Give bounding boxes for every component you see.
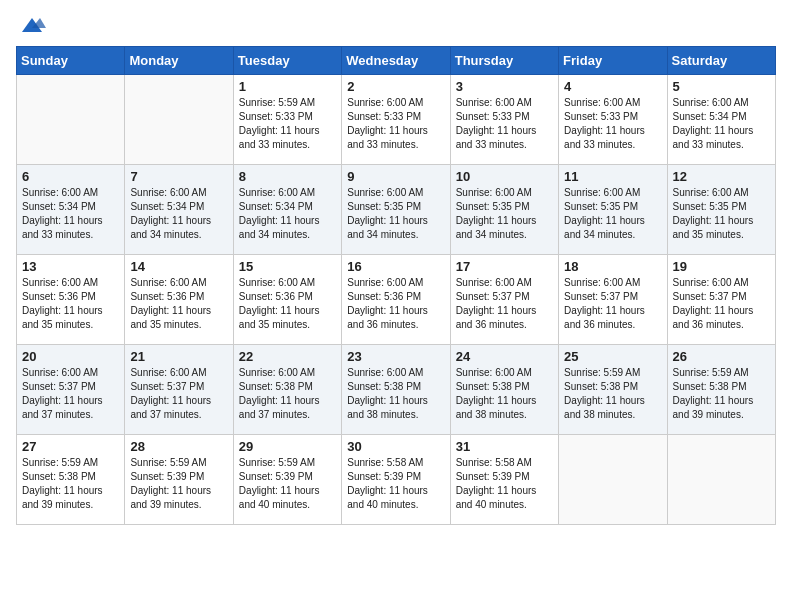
calendar-cell: 31Sunrise: 5:58 AMSunset: 5:39 PMDayligh… <box>450 435 558 525</box>
day-number: 17 <box>456 259 553 274</box>
day-number: 15 <box>239 259 336 274</box>
weekday-header: Monday <box>125 47 233 75</box>
day-number: 6 <box>22 169 119 184</box>
calendar-cell <box>17 75 125 165</box>
calendar-cell <box>667 435 775 525</box>
calendar-cell: 20Sunrise: 6:00 AMSunset: 5:37 PMDayligh… <box>17 345 125 435</box>
calendar-cell: 6Sunrise: 6:00 AMSunset: 5:34 PMDaylight… <box>17 165 125 255</box>
cell-info: Sunrise: 5:59 AMSunset: 5:38 PMDaylight:… <box>673 366 770 422</box>
cell-info: Sunrise: 6:00 AMSunset: 5:34 PMDaylight:… <box>22 186 119 242</box>
cell-info: Sunrise: 6:00 AMSunset: 5:33 PMDaylight:… <box>456 96 553 152</box>
calendar-cell <box>125 75 233 165</box>
cell-info: Sunrise: 6:00 AMSunset: 5:38 PMDaylight:… <box>456 366 553 422</box>
day-number: 21 <box>130 349 227 364</box>
cell-info: Sunrise: 6:00 AMSunset: 5:37 PMDaylight:… <box>673 276 770 332</box>
day-number: 22 <box>239 349 336 364</box>
day-number: 23 <box>347 349 444 364</box>
day-number: 24 <box>456 349 553 364</box>
cell-info: Sunrise: 6:00 AMSunset: 5:37 PMDaylight:… <box>22 366 119 422</box>
weekday-header: Friday <box>559 47 667 75</box>
cell-info: Sunrise: 6:00 AMSunset: 5:35 PMDaylight:… <box>347 186 444 242</box>
calendar-cell: 13Sunrise: 6:00 AMSunset: 5:36 PMDayligh… <box>17 255 125 345</box>
calendar-cell: 3Sunrise: 6:00 AMSunset: 5:33 PMDaylight… <box>450 75 558 165</box>
calendar-cell <box>559 435 667 525</box>
calendar-week-row: 6Sunrise: 6:00 AMSunset: 5:34 PMDaylight… <box>17 165 776 255</box>
day-number: 16 <box>347 259 444 274</box>
calendar-cell: 29Sunrise: 5:59 AMSunset: 5:39 PMDayligh… <box>233 435 341 525</box>
calendar-table: SundayMondayTuesdayWednesdayThursdayFrid… <box>16 46 776 525</box>
logo <box>16 16 46 34</box>
day-number: 13 <box>22 259 119 274</box>
calendar-cell: 19Sunrise: 6:00 AMSunset: 5:37 PMDayligh… <box>667 255 775 345</box>
day-number: 30 <box>347 439 444 454</box>
cell-info: Sunrise: 5:59 AMSunset: 5:39 PMDaylight:… <box>239 456 336 512</box>
calendar-cell: 30Sunrise: 5:58 AMSunset: 5:39 PMDayligh… <box>342 435 450 525</box>
weekday-header: Saturday <box>667 47 775 75</box>
calendar-cell: 15Sunrise: 6:00 AMSunset: 5:36 PMDayligh… <box>233 255 341 345</box>
day-number: 4 <box>564 79 661 94</box>
cell-info: Sunrise: 6:00 AMSunset: 5:37 PMDaylight:… <box>456 276 553 332</box>
calendar-week-row: 13Sunrise: 6:00 AMSunset: 5:36 PMDayligh… <box>17 255 776 345</box>
calendar-week-row: 20Sunrise: 6:00 AMSunset: 5:37 PMDayligh… <box>17 345 776 435</box>
calendar-cell: 18Sunrise: 6:00 AMSunset: 5:37 PMDayligh… <box>559 255 667 345</box>
cell-info: Sunrise: 6:00 AMSunset: 5:37 PMDaylight:… <box>130 366 227 422</box>
cell-info: Sunrise: 6:00 AMSunset: 5:35 PMDaylight:… <box>564 186 661 242</box>
cell-info: Sunrise: 5:58 AMSunset: 5:39 PMDaylight:… <box>456 456 553 512</box>
day-number: 18 <box>564 259 661 274</box>
day-number: 14 <box>130 259 227 274</box>
calendar-cell: 21Sunrise: 6:00 AMSunset: 5:37 PMDayligh… <box>125 345 233 435</box>
calendar-cell: 26Sunrise: 5:59 AMSunset: 5:38 PMDayligh… <box>667 345 775 435</box>
day-number: 7 <box>130 169 227 184</box>
day-number: 2 <box>347 79 444 94</box>
cell-info: Sunrise: 6:00 AMSunset: 5:35 PMDaylight:… <box>673 186 770 242</box>
day-number: 29 <box>239 439 336 454</box>
day-number: 26 <box>673 349 770 364</box>
calendar-cell: 27Sunrise: 5:59 AMSunset: 5:38 PMDayligh… <box>17 435 125 525</box>
cell-info: Sunrise: 5:59 AMSunset: 5:38 PMDaylight:… <box>22 456 119 512</box>
cell-info: Sunrise: 6:00 AMSunset: 5:38 PMDaylight:… <box>347 366 444 422</box>
cell-info: Sunrise: 6:00 AMSunset: 5:36 PMDaylight:… <box>239 276 336 332</box>
day-number: 9 <box>347 169 444 184</box>
cell-info: Sunrise: 6:00 AMSunset: 5:36 PMDaylight:… <box>22 276 119 332</box>
calendar-cell: 25Sunrise: 5:59 AMSunset: 5:38 PMDayligh… <box>559 345 667 435</box>
day-number: 8 <box>239 169 336 184</box>
day-number: 5 <box>673 79 770 94</box>
day-number: 11 <box>564 169 661 184</box>
cell-info: Sunrise: 6:00 AMSunset: 5:33 PMDaylight:… <box>564 96 661 152</box>
day-number: 12 <box>673 169 770 184</box>
calendar-header-row: SundayMondayTuesdayWednesdayThursdayFrid… <box>17 47 776 75</box>
day-number: 31 <box>456 439 553 454</box>
weekday-header: Sunday <box>17 47 125 75</box>
calendar-cell: 12Sunrise: 6:00 AMSunset: 5:35 PMDayligh… <box>667 165 775 255</box>
day-number: 3 <box>456 79 553 94</box>
calendar-cell: 11Sunrise: 6:00 AMSunset: 5:35 PMDayligh… <box>559 165 667 255</box>
calendar-cell: 16Sunrise: 6:00 AMSunset: 5:36 PMDayligh… <box>342 255 450 345</box>
cell-info: Sunrise: 6:00 AMSunset: 5:36 PMDaylight:… <box>130 276 227 332</box>
calendar-cell: 17Sunrise: 6:00 AMSunset: 5:37 PMDayligh… <box>450 255 558 345</box>
cell-info: Sunrise: 6:00 AMSunset: 5:36 PMDaylight:… <box>347 276 444 332</box>
calendar-cell: 28Sunrise: 5:59 AMSunset: 5:39 PMDayligh… <box>125 435 233 525</box>
cell-info: Sunrise: 5:58 AMSunset: 5:39 PMDaylight:… <box>347 456 444 512</box>
cell-info: Sunrise: 5:59 AMSunset: 5:33 PMDaylight:… <box>239 96 336 152</box>
day-number: 20 <box>22 349 119 364</box>
cell-info: Sunrise: 5:59 AMSunset: 5:39 PMDaylight:… <box>130 456 227 512</box>
day-number: 27 <box>22 439 119 454</box>
cell-info: Sunrise: 6:00 AMSunset: 5:34 PMDaylight:… <box>239 186 336 242</box>
cell-info: Sunrise: 5:59 AMSunset: 5:38 PMDaylight:… <box>564 366 661 422</box>
day-number: 19 <box>673 259 770 274</box>
cell-info: Sunrise: 6:00 AMSunset: 5:37 PMDaylight:… <box>564 276 661 332</box>
cell-info: Sunrise: 6:00 AMSunset: 5:34 PMDaylight:… <box>130 186 227 242</box>
calendar-cell: 9Sunrise: 6:00 AMSunset: 5:35 PMDaylight… <box>342 165 450 255</box>
page-header <box>16 16 776 34</box>
cell-info: Sunrise: 6:00 AMSunset: 5:34 PMDaylight:… <box>673 96 770 152</box>
calendar-cell: 8Sunrise: 6:00 AMSunset: 5:34 PMDaylight… <box>233 165 341 255</box>
day-number: 25 <box>564 349 661 364</box>
calendar-cell: 4Sunrise: 6:00 AMSunset: 5:33 PMDaylight… <box>559 75 667 165</box>
calendar-cell: 22Sunrise: 6:00 AMSunset: 5:38 PMDayligh… <box>233 345 341 435</box>
cell-info: Sunrise: 6:00 AMSunset: 5:35 PMDaylight:… <box>456 186 553 242</box>
calendar-week-row: 1Sunrise: 5:59 AMSunset: 5:33 PMDaylight… <box>17 75 776 165</box>
weekday-header: Wednesday <box>342 47 450 75</box>
weekday-header: Thursday <box>450 47 558 75</box>
calendar-week-row: 27Sunrise: 5:59 AMSunset: 5:38 PMDayligh… <box>17 435 776 525</box>
calendar-cell: 24Sunrise: 6:00 AMSunset: 5:38 PMDayligh… <box>450 345 558 435</box>
